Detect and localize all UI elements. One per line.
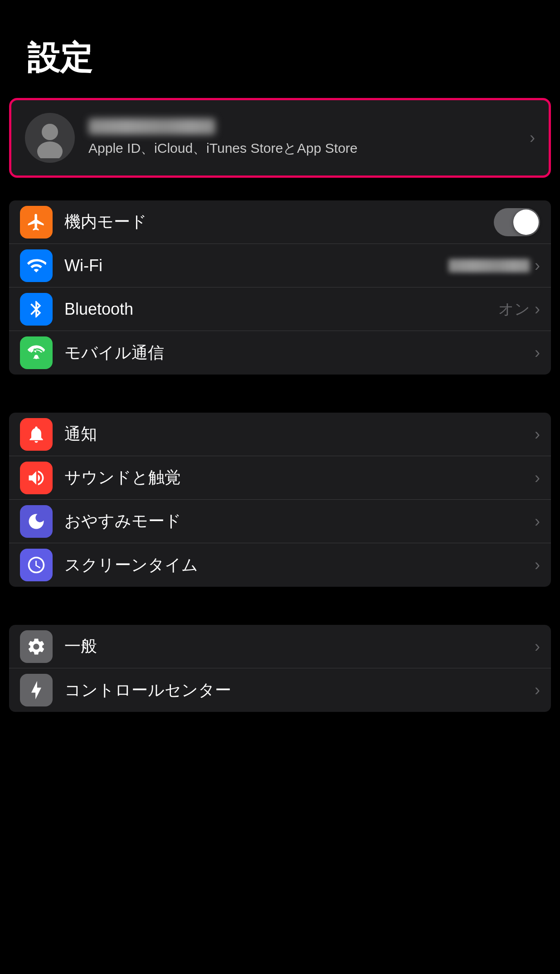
- bluetooth-row[interactable]: Bluetooth オン ›: [9, 287, 551, 331]
- toggle-knob: [513, 209, 539, 235]
- wifi-row[interactable]: Wi-Fi ›: [9, 244, 551, 287]
- apple-id-chevron-icon: ›: [530, 128, 535, 147]
- svg-point-1: [37, 141, 63, 158]
- apple-id-info: Apple ID、iCloud、iTunes StoreとApp Store: [88, 118, 525, 158]
- airplane-mode-label: 機内モード: [64, 211, 494, 233]
- control-center-icon: [20, 674, 53, 706]
- general-row[interactable]: 一般 ›: [9, 625, 551, 668]
- airplane-mode-row[interactable]: 機内モード: [9, 200, 551, 244]
- notifications-chevron-icon: ›: [535, 425, 540, 444]
- screentime-chevron-icon: ›: [535, 555, 540, 575]
- bluetooth-value: オン: [498, 299, 530, 320]
- control-center-row[interactable]: コントロールセンター ›: [9, 668, 551, 712]
- airplane-mode-toggle[interactable]: [494, 208, 540, 236]
- mobile-data-icon: [20, 336, 53, 369]
- page-title: 設定: [0, 0, 560, 98]
- general-icon: [20, 630, 53, 663]
- sounds-row[interactable]: サウンドと触覚 ›: [9, 456, 551, 500]
- airplane-mode-toggle-switch[interactable]: [494, 208, 540, 236]
- avatar: [25, 113, 75, 163]
- bluetooth-icon: [20, 293, 53, 326]
- wifi-chevron-icon: ›: [535, 256, 540, 275]
- connectivity-group: 機内モード Wi-Fi › Bluetooth オン ›: [9, 200, 551, 375]
- control-center-label: コントロールセンター: [64, 679, 535, 701]
- sounds-chevron-icon: ›: [535, 468, 540, 487]
- screentime-icon: [20, 549, 53, 581]
- apple-id-row[interactable]: Apple ID、iCloud、iTunes StoreとApp Store ›: [9, 98, 551, 178]
- donotdisturb-label: おやすみモード: [64, 510, 535, 532]
- apple-id-name-blurred: [88, 118, 215, 135]
- donotdisturb-chevron-icon: ›: [535, 512, 540, 531]
- airplane-mode-icon: [20, 206, 53, 239]
- bluetooth-chevron-icon: ›: [535, 300, 540, 319]
- screentime-label: スクリーンタイム: [64, 554, 535, 576]
- svg-point-2: [34, 355, 38, 359]
- mobile-data-row[interactable]: モバイル通信 ›: [9, 331, 551, 375]
- apple-id-subtitle: Apple ID、iCloud、iTunes StoreとApp Store: [88, 139, 525, 158]
- general-group: 一般 › コントロールセンター ›: [9, 625, 551, 712]
- donotdisturb-row[interactable]: おやすみモード ›: [9, 500, 551, 543]
- screentime-row[interactable]: スクリーンタイム ›: [9, 543, 551, 587]
- svg-point-0: [42, 124, 58, 140]
- donotdisturb-icon: [20, 505, 53, 538]
- wifi-value-blurred: [448, 259, 530, 273]
- bluetooth-label: Bluetooth: [64, 300, 498, 319]
- sounds-icon: [20, 462, 53, 494]
- general-label: 一般: [64, 635, 535, 657]
- control-center-chevron-icon: ›: [535, 681, 540, 700]
- mobile-data-chevron-icon: ›: [535, 343, 540, 362]
- wifi-label: Wi-Fi: [64, 256, 448, 275]
- general-chevron-icon: ›: [535, 637, 540, 656]
- notifications-group: 通知 › サウンドと触覚 › おやすみモード › スクリーンタイム ›: [9, 413, 551, 587]
- sounds-label: サウンドと触覚: [64, 467, 535, 489]
- notifications-icon: [20, 418, 53, 451]
- mobile-data-label: モバイル通信: [64, 342, 535, 364]
- notifications-row[interactable]: 通知 ›: [9, 413, 551, 456]
- wifi-icon: [20, 249, 53, 282]
- notifications-label: 通知: [64, 423, 535, 445]
